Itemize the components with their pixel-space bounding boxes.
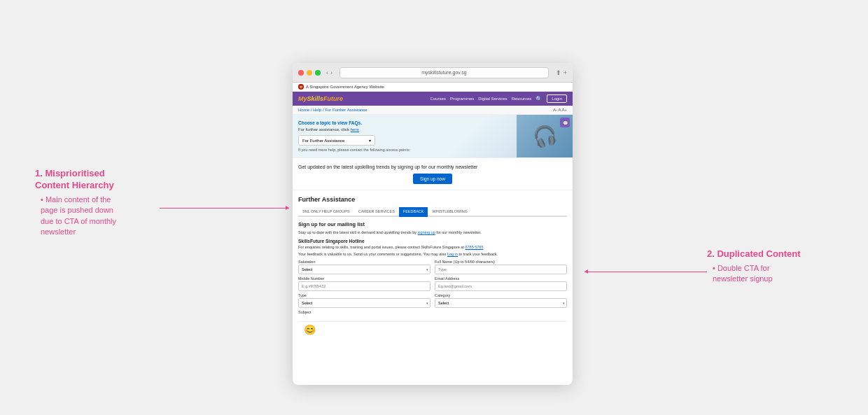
feedback-suffix: to track your feedback.: [458, 252, 498, 256]
font-size-controls[interactable]: A- A A+: [553, 108, 567, 112]
email-label: Email Address: [435, 276, 567, 281]
share-icon[interactable]: ⬆: [556, 69, 561, 76]
page-wrapper: ‹ › myskillsfuture.gov.sg ⬆ + 🦁 A Singap…: [0, 0, 868, 415]
type-label: Type: [298, 293, 430, 297]
category-label: Category: [435, 293, 567, 297]
nav-programmes[interactable]: Programmes: [450, 97, 474, 101]
tab-whistleblowing[interactable]: WHISTLEBLOWING: [428, 207, 471, 217]
maximize-dot[interactable]: [315, 70, 321, 76]
browser-window: ‹ › myskillsfuture.gov.sg ⬆ + 🦁 A Singap…: [293, 63, 573, 385]
annotation-1-heading: 1. MisprioritisedContent Hierarchy: [35, 168, 158, 192]
feedback-prefix: Your feedback is valuable to us. Send us…: [298, 252, 447, 256]
annotation-2-heading: 2. Duplicated Content: [707, 248, 830, 260]
browser-chrome: ‹ › myskillsfuture.gov.sg ⬆ +: [293, 63, 573, 83]
salutation-label: Salutation: [298, 260, 430, 264]
tab-snl-help[interactable]: SNL ONLY HELP GROUPS: [298, 207, 354, 217]
address-bar[interactable]: myskillsfuture.gov.sg: [340, 67, 549, 78]
headset-icon: 🎧: [530, 122, 559, 150]
salutation-select[interactable]: Select: [298, 265, 430, 274]
form-row-subject: Subject: [298, 310, 567, 315]
mobile-group: Mobile Number: [298, 276, 430, 291]
tabs-row: SNL ONLY HELP GROUPS CAREER SERVICES FEE…: [298, 207, 567, 217]
close-dot[interactable]: [298, 70, 304, 76]
feedback-text: Your feedback is valuable to us. Send us…: [298, 252, 567, 256]
subject-label: Subject: [298, 310, 567, 314]
gov-bar: 🦁 A Singapore Government Agency Website: [293, 83, 573, 92]
log-in-link[interactable]: Log in: [447, 252, 458, 256]
form-row-1: Salutation Select ▾ Full Name (Up to 54/…: [298, 260, 567, 274]
dropdown-label: For Further Assistance: [302, 139, 344, 143]
browser-nav-icons: ‹ ›: [326, 69, 332, 76]
annotation-1-bullet: • Main content of thepage is pushed down…: [35, 195, 158, 238]
annotation-2-bullet: • Double CTA fornewsletter signup: [707, 263, 830, 285]
mobile-label: Mobile Number: [298, 276, 430, 281]
email-group: Email Address: [435, 276, 567, 291]
nav-courses[interactable]: Courses: [430, 97, 446, 101]
mobile-input[interactable]: [298, 281, 430, 291]
salutation-group: Salutation Select ▾: [298, 260, 430, 274]
tab-feedback[interactable]: FEEDBACK: [399, 207, 428, 217]
nav-links: Courses Programmes Digital Services Reso…: [430, 94, 567, 103]
subject-group: Subject: [298, 310, 567, 315]
login-button[interactable]: Login: [547, 94, 567, 103]
signing-up-link[interactable]: signing up: [418, 230, 435, 234]
logo-my: My: [298, 95, 307, 102]
newsletter-section: Get updated on the latest upskilling tre…: [293, 157, 573, 190]
hero-image: 🎧 💬: [517, 115, 573, 157]
back-icon[interactable]: ‹: [326, 69, 328, 76]
mailing-desc: Stay up to date with the latest skill in…: [298, 230, 567, 236]
chat-bubble: 💬: [560, 118, 570, 127]
forward-icon[interactable]: ›: [330, 69, 332, 76]
annotation-2: 2. Duplicated Content • Double CTA forne…: [707, 248, 830, 285]
form-row-3: Type Select ▾ Category: [298, 293, 567, 308]
emoji-icon[interactable]: 😊: [304, 324, 316, 335]
search-icon[interactable]: 🔍: [536, 96, 542, 102]
nav-digital-services[interactable]: Digital Services: [478, 97, 507, 101]
site-content: 🦁 A Singapore Government Agency Website …: [293, 83, 573, 385]
full-name-input[interactable]: [435, 265, 567, 274]
nav-resources[interactable]: Resources: [512, 97, 532, 101]
hotline-desc: For enquiries relating to skills, traini…: [298, 245, 567, 249]
emoji-bar: 😊: [298, 321, 567, 337]
mailing-desc-suffix: for our monthly newsletter.: [435, 230, 482, 234]
hero-subtext: For further assistance, click here: [298, 127, 507, 132]
hero-help-text: If you need more help, please contact th…: [298, 148, 507, 152]
hotline-desc-prefix: For enquiries relating to skills, traini…: [298, 245, 465, 249]
type-select[interactable]: Select: [298, 298, 430, 308]
minimize-dot[interactable]: [307, 70, 312, 76]
type-group: Type Select ▾: [298, 293, 430, 308]
newsletter-title: Get updated on the latest upskilling tre…: [298, 164, 567, 170]
full-name-group: Full Name (Up to 54/60 characters): [435, 260, 567, 274]
hero-dropdown[interactable]: For Further Assistance ▾: [298, 135, 375, 146]
breadcrumb: Home / Help / For Further Assistance: [298, 108, 368, 112]
bookmark-icon[interactable]: +: [564, 69, 567, 76]
tab-career-services[interactable]: CAREER SERVICES: [354, 207, 399, 217]
mailing-section: Sign up for our mailing list Stay up to …: [298, 221, 567, 321]
signup-button[interactable]: Sign up now: [413, 174, 452, 184]
annotation-1: 1. MisprioritisedContent Hierarchy • Mai…: [35, 168, 158, 237]
category-select[interactable]: Select: [435, 298, 567, 308]
further-section: Further Assistance SNL ONLY HELP GROUPS …: [293, 190, 573, 343]
logo-future: Future: [323, 95, 343, 102]
category-group: Category Select ▾: [435, 293, 567, 308]
form-row-2: Mobile Number Email Address: [298, 276, 567, 291]
gov-bar-text: A Singapore Government Agency Website: [306, 85, 384, 89]
further-assistance-title: Further Assistance: [298, 196, 567, 203]
logo-skills: Skills: [307, 95, 324, 102]
arrow-line-1: [160, 208, 289, 209]
hero-subtext-link[interactable]: here: [351, 127, 359, 132]
hero-area: Choose a topic to view FAQs. For further…: [293, 115, 573, 157]
hero-subtext-prefix: For further assistance, click: [298, 127, 351, 132]
dropdown-arrow-icon: ▾: [369, 138, 371, 143]
arrow-line-2: [584, 272, 707, 272]
full-name-label: Full Name (Up to 54/60 characters): [435, 260, 567, 264]
email-input[interactable]: [435, 281, 567, 291]
site-logo: MySkillsFuture: [298, 95, 343, 102]
breadcrumb-bar: Home / Help / For Further Assistance A- …: [293, 106, 573, 115]
browser-actions: ⬆ +: [556, 69, 567, 76]
mailing-desc-prefix: Stay up to date with the latest skill in…: [298, 230, 418, 234]
hotline-title: SkillsFuture Singapore Hotline: [298, 239, 567, 244]
url-text: myskillsfuture.gov.sg: [421, 70, 466, 75]
salutation-select-wrapper: Select ▾: [298, 265, 430, 274]
hotline-number[interactable]: 6785 5785: [465, 245, 483, 249]
